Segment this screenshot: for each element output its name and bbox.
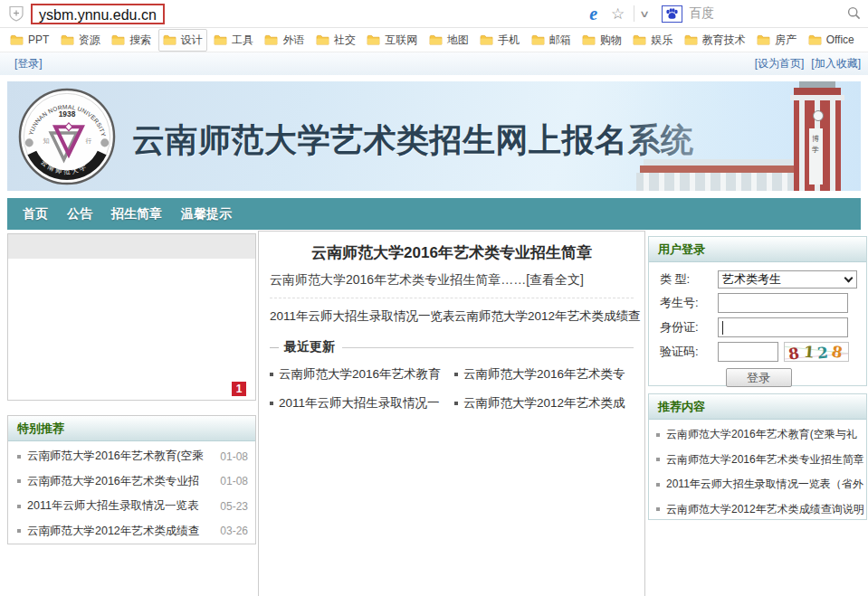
svg-text:1938: 1938 [59, 109, 76, 118]
add-favorite-link[interactable]: [加入收藏] [811, 56, 861, 71]
bookmark-folder-12[interactable]: 购物 [577, 29, 626, 52]
main-nav: 首页公告招生简章温馨提示 [7, 198, 861, 230]
favorite-star-icon[interactable]: ☆ [611, 5, 625, 24]
set-home-link[interactable]: [设为首页] [755, 56, 805, 71]
ie-icon[interactable]: e [589, 4, 597, 24]
folder-icon [163, 34, 176, 45]
folder-icon [214, 34, 227, 45]
bookmark-folder-11[interactable]: 邮箱 [527, 29, 576, 52]
article-title[interactable]: 云南师范大学2016年艺术类专业招生简章 [270, 242, 634, 263]
image-slider[interactable]: 1 [7, 233, 256, 401]
login-button[interactable]: 登录 [726, 368, 792, 387]
bookmark-folder-7[interactable]: 社交 [311, 29, 360, 52]
login-link[interactable]: [登录] [14, 56, 43, 71]
recent-item-4[interactable]: 云南师范大学2012年艺术类成 [454, 395, 634, 412]
folder-icon [531, 34, 545, 45]
recent-updates-header: 最近更新 [270, 339, 634, 355]
captcha-image[interactable]: 8128 [784, 342, 849, 362]
folder-icon [367, 34, 380, 45]
site-title: 云南师范大学艺术类招生网上报名系统 [132, 118, 694, 163]
examinee-type-select[interactable]: 艺术类考生 [718, 270, 857, 289]
folder-icon [61, 34, 74, 45]
special-item-2[interactable]: 云南师范大学2016年艺术类专业招01-08 [8, 469, 255, 495]
address-input[interactable]: ysbm.ynnu.edu.cn [31, 4, 165, 24]
nav-item-4[interactable]: 温馨提示 [181, 206, 232, 222]
slider-page-indicator[interactable]: 1 [232, 382, 246, 396]
recent-item-3[interactable]: 2011年云师大招生录取情况一 [270, 395, 454, 412]
bookmark-folder-4[interactable]: 设计 [158, 29, 207, 52]
special-recommend-title: 特别推荐 [8, 416, 255, 441]
svg-text:行: 行 [86, 137, 92, 144]
examinee-no-input[interactable] [718, 293, 848, 313]
recent-item-1[interactable]: 云南师范大学2016年艺术教育 [270, 366, 454, 383]
article-summary[interactable]: 云南师范大学2016年艺术类专业招生简章……[查看全文] [270, 272, 634, 289]
select-arrow-icon [844, 274, 854, 283]
bullet-icon [656, 507, 660, 511]
bullet-icon [270, 373, 273, 376]
recent-updates-title: 最近更新 [284, 339, 335, 355]
bookmark-folder-8[interactable]: 互联网 [362, 29, 422, 52]
baidu-icon[interactable] [662, 5, 682, 23]
captcha-input[interactable] [718, 342, 778, 362]
svg-text:知: 知 [43, 137, 49, 145]
bullet-icon [17, 455, 21, 459]
nav-item-3[interactable]: 招生简章 [111, 206, 162, 222]
bookmark-folder-6[interactable]: 外语 [260, 29, 309, 52]
divider [270, 298, 634, 298]
bookmark-folder-10[interactable]: 手机 [475, 29, 524, 52]
bookmark-folder-9[interactable]: 地图 [424, 29, 473, 52]
bullet-icon [656, 458, 660, 461]
site-banner: YUNNAN NORMAL UNIVERSITY 1938 知 行 云南师范大学… [7, 81, 861, 191]
captcha-digit-4: 8 [830, 342, 844, 362]
folder-icon [10, 34, 24, 45]
special-item-4[interactable]: 云南师范大学2012年艺术类成绩查03-26 [8, 519, 255, 544]
chevron-down-icon[interactable]: ∨ [639, 8, 650, 20]
bookmark-folder-2[interactable]: 资源 [56, 29, 105, 52]
item-date: 05-23 [220, 500, 248, 513]
bookmark-folder-16[interactable]: Office [804, 30, 859, 50]
bullet-icon [17, 505, 21, 508]
recommend-item-4[interactable]: 云南师范大学2012年艺术类成绩查询说明 [649, 497, 866, 523]
folder-icon [264, 34, 278, 45]
bookmark-folder-1[interactable]: PPT [5, 30, 53, 50]
bullet-icon [17, 529, 21, 533]
idcard-input[interactable] [718, 317, 848, 337]
recommend-item-1[interactable]: 云南师范大学2016年艺术教育(空乘与礼 [649, 422, 866, 448]
special-item-1[interactable]: 云南师范大学2016年艺术教育(空乘01-08 [8, 444, 255, 469]
examinee-no-label: 考生号: [660, 295, 718, 311]
captcha-digit-1: 8 [787, 344, 801, 362]
bookmark-folder-15[interactable]: 房产 [752, 29, 801, 52]
slider-image-area [8, 234, 255, 259]
captcha-digit-3: 2 [816, 344, 829, 362]
recommend-item-3[interactable]: 2011年云师大招生录取情况一览表（省外 [649, 472, 866, 497]
search-engine-label[interactable]: 百度 [689, 5, 714, 22]
article-link-2[interactable]: 云南师范大学2012年艺术类成绩查 [454, 308, 641, 325]
article-link-1[interactable]: 2011年云师大招生录取情况一览表 [270, 308, 454, 325]
folder-icon [316, 34, 329, 45]
item-date: 01-08 [220, 475, 248, 487]
bookmark-folder-3[interactable]: 搜索 [107, 29, 156, 52]
bookmark-folder-13[interactable]: 娱乐 [628, 29, 677, 52]
recent-item-2[interactable]: 云南师范大学2016年艺术类专 [454, 366, 634, 383]
item-date: 03-26 [220, 525, 248, 537]
recommend-item-2[interactable]: 云南师范大学2016年艺术类专业招生简章 [649, 448, 866, 473]
svg-text:学: 学 [812, 146, 819, 154]
folder-icon [582, 34, 596, 45]
folder-icon [633, 34, 646, 45]
special-item-3[interactable]: 2011年云师大招生录取情况一览表05-23 [8, 494, 255, 519]
bookmark-folder-5[interactable]: 工具 [209, 29, 258, 52]
folder-icon [808, 34, 822, 45]
folder-icon [111, 34, 125, 45]
captcha-label: 验证码: [660, 344, 718, 360]
search-icon[interactable] [847, 6, 861, 24]
user-login-panel: 用户登录 类 型: 艺术类考生 考生号: 身份证: 验证码: [648, 236, 867, 386]
site-permission-icon[interactable] [7, 5, 25, 23]
nav-item-2[interactable]: 公告 [67, 206, 92, 222]
item-date: 01-08 [220, 450, 248, 463]
nav-item-1[interactable]: 首页 [23, 206, 48, 222]
bookmark-folder-14[interactable]: 教育技术 [680, 29, 750, 52]
idcard-label: 身份证: [660, 319, 718, 336]
university-logo: YUNNAN NORMAL UNIVERSITY 1938 知 行 云南师范大学 [18, 88, 116, 189]
folder-icon [480, 34, 493, 45]
captcha-digit-2: 1 [803, 343, 816, 362]
